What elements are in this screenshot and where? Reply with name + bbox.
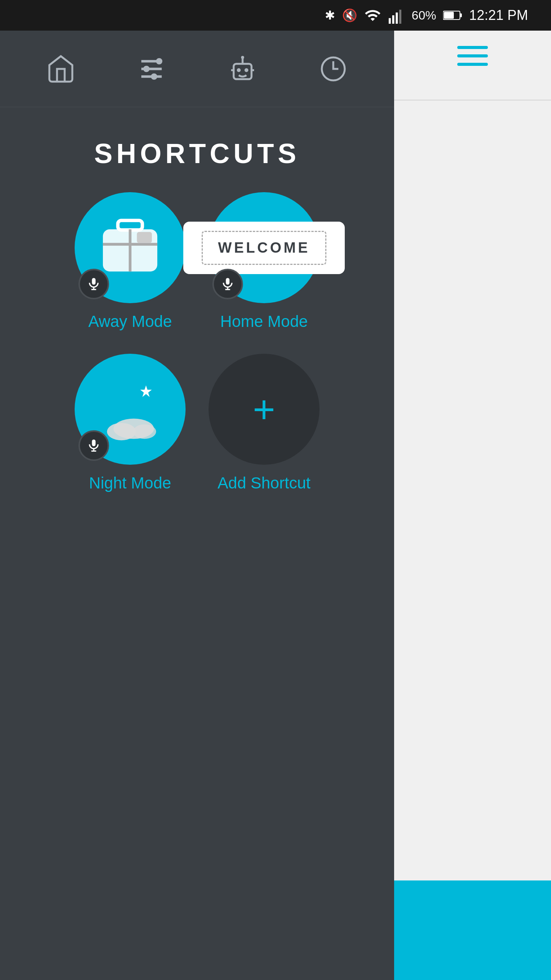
hamburger-menu-button[interactable] [457,46,488,66]
svg-point-35 [133,425,156,439]
home-mode-circle[interactable]: WELCOME [209,192,320,303]
home-mode-label: Home Mode [220,312,308,331]
svg-rect-6 [444,12,454,19]
home-mode-mic-badge [212,269,243,299]
svg-rect-36 [92,439,96,446]
hamburger-line-2 [457,54,488,57]
svg-rect-21 [118,220,142,230]
main-container: SHORTCUTS [0,31,551,980]
svg-rect-5 [460,13,462,17]
nav-settings-button[interactable] [136,54,167,84]
add-shortcut-circle[interactable]: + [209,354,320,465]
hamburger-line-3 [457,63,488,66]
nav-home-button[interactable] [46,54,76,84]
svg-point-14 [237,68,241,72]
clock-time: 12:21 PM [469,7,528,23]
mute-icon: 🔇 [342,8,357,23]
nav-bar [0,31,394,107]
plus-icon: + [253,390,275,428]
right-sidebar [394,31,551,980]
svg-rect-29 [226,278,230,284]
svg-rect-1 [392,15,395,24]
sidebar-divider [394,100,551,101]
status-bar: ✱ 🔇 60% 12:21 PM [0,0,551,31]
night-mode-shortcut[interactable]: Night Mode [75,354,186,492]
welcome-mat: WELCOME [183,222,345,274]
svg-point-12 [151,73,158,80]
svg-point-17 [241,56,244,59]
svg-marker-32 [140,385,152,397]
hamburger-line-1 [457,46,488,49]
svg-point-15 [245,68,248,72]
svg-rect-2 [396,13,398,24]
night-mode-circle[interactable] [75,354,186,465]
svg-point-10 [156,58,163,64]
away-mode-shortcut[interactable]: Away Mode [75,192,186,331]
nav-automation-button[interactable] [227,54,258,84]
luggage-icon [96,217,165,278]
night-mode-label: Night Mode [89,474,171,492]
away-mode-label: Away Mode [88,312,172,331]
page-title: SHORTCUTS [94,138,300,169]
svg-rect-25 [137,232,152,243]
away-mode-circle[interactable] [75,192,186,303]
shortcuts-grid: Away Mode WELCOME [52,192,342,492]
left-panel: SHORTCUTS [0,31,394,980]
away-mode-mic-badge [78,269,109,299]
svg-rect-0 [389,18,391,24]
battery-icon [443,10,462,21]
signal-icon [388,7,405,24]
svg-rect-26 [92,278,96,284]
home-mode-shortcut[interactable]: WELCOME Home Mode [209,192,320,331]
status-icons: ✱ 🔇 60% 12:21 PM [325,7,528,24]
night-mode-mic-badge [78,430,109,461]
svg-point-34 [107,423,136,440]
cyan-accent-block [394,880,551,980]
svg-rect-3 [399,10,401,24]
svg-point-11 [143,65,150,72]
bluetooth-icon: ✱ [325,8,335,23]
battery-percent: 60% [412,8,436,23]
add-shortcut-label: Add Shortcut [218,474,311,492]
nav-schedule-button[interactable] [318,54,349,84]
night-icon [94,377,166,442]
add-shortcut-button[interactable]: + Add Shortcut [209,354,320,492]
wifi-icon [364,7,381,24]
